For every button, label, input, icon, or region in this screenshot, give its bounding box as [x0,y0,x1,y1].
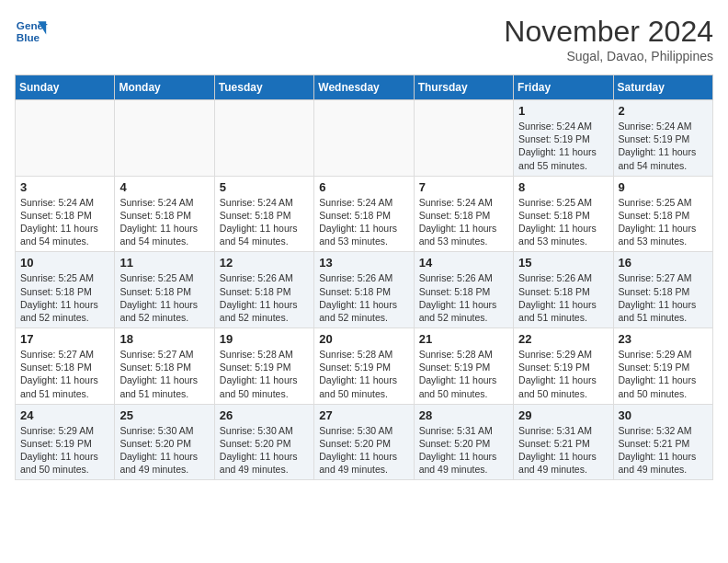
day-info: Sunrise: 5:29 AMSunset: 5:19 PMDaylight:… [619,348,708,400]
calendar-cell: 23Sunrise: 5:29 AMSunset: 5:19 PMDayligh… [613,328,712,405]
day-number: 7 [419,180,508,194]
day-info: Sunrise: 5:27 AMSunset: 5:18 PMDaylight:… [119,348,209,400]
calendar-cell: 1Sunrise: 5:24 AMSunset: 5:19 PMDaylight… [514,100,613,177]
day-info: Sunrise: 5:30 AMSunset: 5:20 PMDaylight:… [220,424,309,477]
logo-icon: General Blue [15,15,48,48]
calendar-cell: 8Sunrise: 5:25 AMSunset: 5:18 PMDaylight… [514,176,613,252]
calendar-table: SundayMondayTuesdayWednesdayThursdayFrid… [15,75,713,480]
calendar-cell: 10Sunrise: 5:25 AMSunset: 5:18 PMDayligh… [16,252,115,328]
day-info: Sunrise: 5:25 AMSunset: 5:18 PMDaylight:… [119,271,209,324]
day-info: Sunrise: 5:29 AMSunset: 5:19 PMDaylight:… [518,348,608,400]
day-info: Sunrise: 5:31 AMSunset: 5:20 PMDaylight:… [419,424,508,477]
day-info: Sunrise: 5:25 AMSunset: 5:18 PMDaylight:… [518,196,608,248]
calendar-cell: 25Sunrise: 5:30 AMSunset: 5:20 PMDayligh… [115,404,214,480]
day-number: 5 [220,180,309,194]
day-info: Sunrise: 5:26 AMSunset: 5:18 PMDaylight:… [319,271,408,324]
day-number: 13 [319,256,408,270]
day-number: 17 [20,332,109,346]
day-info: Sunrise: 5:26 AMSunset: 5:18 PMDaylight:… [220,271,309,324]
weekday-header-sunday: Sunday [16,75,115,100]
calendar-cell: 27Sunrise: 5:30 AMSunset: 5:20 PMDayligh… [314,404,414,480]
month-title: November 2024 [504,15,713,49]
day-number: 9 [619,180,708,194]
day-info: Sunrise: 5:30 AMSunset: 5:20 PMDaylight:… [319,424,408,477]
day-number: 28 [419,408,508,422]
day-number: 2 [619,104,708,118]
day-info: Sunrise: 5:29 AMSunset: 5:19 PMDaylight:… [20,424,109,477]
calendar-cell: 2Sunrise: 5:24 AMSunset: 5:19 PMDaylight… [613,100,712,177]
day-info: Sunrise: 5:25 AMSunset: 5:18 PMDaylight:… [20,271,109,324]
calendar-cell: 24Sunrise: 5:29 AMSunset: 5:19 PMDayligh… [16,404,115,480]
calendar-cell [16,100,115,177]
calendar-cell: 18Sunrise: 5:27 AMSunset: 5:18 PMDayligh… [115,328,214,405]
day-number: 1 [518,104,608,118]
day-info: Sunrise: 5:24 AMSunset: 5:18 PMDaylight:… [20,196,109,248]
svg-text:Blue: Blue [17,31,40,43]
day-info: Sunrise: 5:27 AMSunset: 5:18 PMDaylight:… [20,348,109,400]
day-info: Sunrise: 5:31 AMSunset: 5:21 PMDaylight:… [518,424,608,477]
weekday-header-tuesday: Tuesday [214,75,313,100]
day-info: Sunrise: 5:32 AMSunset: 5:21 PMDaylight:… [619,424,708,477]
week-row-1: 1Sunrise: 5:24 AMSunset: 5:19 PMDaylight… [16,100,713,177]
calendar-cell: 21Sunrise: 5:28 AMSunset: 5:19 PMDayligh… [414,328,513,405]
calendar-cell: 22Sunrise: 5:29 AMSunset: 5:19 PMDayligh… [514,328,613,405]
day-number: 30 [619,408,708,422]
day-number: 21 [419,332,508,346]
calendar-cell: 5Sunrise: 5:24 AMSunset: 5:18 PMDaylight… [214,176,313,252]
day-number: 19 [220,332,309,346]
day-info: Sunrise: 5:28 AMSunset: 5:19 PMDaylight:… [419,348,508,400]
calendar-cell: 14Sunrise: 5:26 AMSunset: 5:18 PMDayligh… [414,252,513,328]
day-number: 6 [319,180,408,194]
day-info: Sunrise: 5:24 AMSunset: 5:18 PMDaylight:… [220,196,309,248]
day-info: Sunrise: 5:25 AMSunset: 5:18 PMDaylight:… [619,196,708,248]
calendar-cell: 29Sunrise: 5:31 AMSunset: 5:21 PMDayligh… [514,404,613,480]
calendar-cell: 3Sunrise: 5:24 AMSunset: 5:18 PMDaylight… [16,176,115,252]
day-number: 8 [518,180,608,194]
day-info: Sunrise: 5:24 AMSunset: 5:19 PMDaylight:… [518,120,608,172]
calendar-cell: 9Sunrise: 5:25 AMSunset: 5:18 PMDaylight… [613,176,712,252]
day-info: Sunrise: 5:24 AMSunset: 5:18 PMDaylight:… [319,196,408,248]
calendar-cell: 7Sunrise: 5:24 AMSunset: 5:18 PMDaylight… [414,176,513,252]
title-block: November 2024 Sugal, Davao, Philippines [504,15,713,63]
location-subtitle: Sugal, Davao, Philippines [504,49,713,63]
calendar-cell: 6Sunrise: 5:24 AMSunset: 5:18 PMDaylight… [314,176,414,252]
day-info: Sunrise: 5:28 AMSunset: 5:19 PMDaylight:… [220,348,309,400]
calendar-cell [414,100,513,177]
day-info: Sunrise: 5:27 AMSunset: 5:18 PMDaylight:… [619,271,708,324]
page-header: General Blue November 2024 Sugal, Davao,… [15,15,713,63]
day-number: 22 [518,332,608,346]
day-number: 11 [119,256,209,270]
day-number: 26 [220,408,309,422]
calendar-cell: 12Sunrise: 5:26 AMSunset: 5:18 PMDayligh… [214,252,313,328]
calendar-cell [214,100,313,177]
day-number: 20 [319,332,408,346]
week-row-3: 10Sunrise: 5:25 AMSunset: 5:18 PMDayligh… [16,252,713,328]
weekday-header-friday: Friday [514,75,613,100]
logo: General Blue [15,15,48,48]
calendar-cell [115,100,214,177]
day-info: Sunrise: 5:24 AMSunset: 5:18 PMDaylight:… [419,196,508,248]
day-info: Sunrise: 5:24 AMSunset: 5:19 PMDaylight:… [619,120,708,172]
day-info: Sunrise: 5:26 AMSunset: 5:18 PMDaylight:… [518,271,608,324]
day-number: 3 [20,180,109,194]
day-info: Sunrise: 5:24 AMSunset: 5:18 PMDaylight:… [119,196,209,248]
day-number: 16 [619,256,708,270]
day-info: Sunrise: 5:26 AMSunset: 5:18 PMDaylight:… [419,271,508,324]
day-number: 15 [518,256,608,270]
week-row-5: 24Sunrise: 5:29 AMSunset: 5:19 PMDayligh… [16,404,713,480]
day-number: 25 [119,408,209,422]
weekday-header-wednesday: Wednesday [314,75,414,100]
weekday-header-saturday: Saturday [613,75,712,100]
day-number: 29 [518,408,608,422]
day-number: 24 [20,408,109,422]
calendar-cell: 16Sunrise: 5:27 AMSunset: 5:18 PMDayligh… [613,252,712,328]
day-number: 14 [419,256,508,270]
calendar-cell: 11Sunrise: 5:25 AMSunset: 5:18 PMDayligh… [115,252,214,328]
calendar-cell: 15Sunrise: 5:26 AMSunset: 5:18 PMDayligh… [514,252,613,328]
calendar-cell: 4Sunrise: 5:24 AMSunset: 5:18 PMDaylight… [115,176,214,252]
day-number: 4 [119,180,209,194]
day-number: 23 [619,332,708,346]
day-number: 10 [20,256,109,270]
day-number: 12 [220,256,309,270]
calendar-cell [314,100,414,177]
